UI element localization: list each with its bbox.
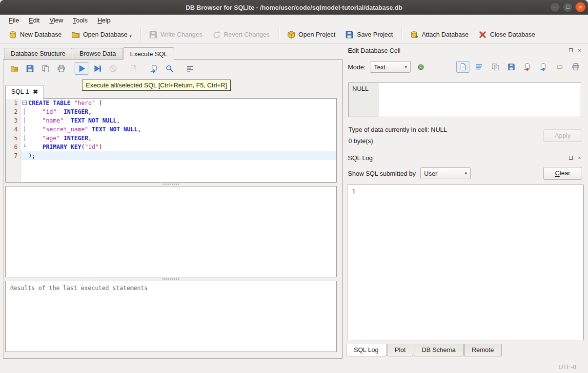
- menu-help[interactable]: Help: [93, 16, 116, 25]
- fold-guide-line: │: [20, 134, 28, 143]
- fold-guide-line: └: [20, 143, 28, 151]
- save-project-button[interactable]: Save Project: [341, 28, 397, 41]
- revert-changes-button[interactable]: Revert Changes: [208, 28, 274, 41]
- editor-line[interactable]: 3│ "name" TEXT NOT NULL,: [6, 116, 336, 125]
- editor-line[interactable]: 7);: [6, 151, 336, 160]
- find-replace-button[interactable]: [162, 62, 176, 75]
- text-view-button[interactable]: [456, 61, 469, 73]
- encoding-label: UTF-8: [558, 363, 576, 371]
- export-csv-button[interactable]: [147, 62, 161, 75]
- execute-line-button[interactable]: [90, 62, 104, 75]
- import-data-button[interactable]: [521, 61, 534, 73]
- tab-remote[interactable]: Remote: [464, 344, 502, 356]
- sql-log-header: SQL Log ×: [345, 153, 585, 163]
- menu-edit[interactable]: Edit: [24, 16, 44, 25]
- tab-plot[interactable]: Plot: [387, 344, 413, 356]
- mode-settings-button[interactable]: [414, 61, 427, 73]
- tab-db-schema[interactable]: DB Schema: [414, 344, 463, 356]
- chevron-down-icon: ▾: [405, 64, 407, 69]
- format-sql-icon: [186, 64, 194, 73]
- toolbar-separator: [141, 28, 141, 41]
- splitter-handle[interactable]: [5, 277, 337, 281]
- stop-button[interactable]: [106, 62, 120, 75]
- open-database-button[interactable]: Open Database▾: [67, 28, 136, 41]
- set-null-button[interactable]: [553, 61, 566, 73]
- log-filter-label: Show SQL submitted by: [348, 170, 416, 177]
- main-area: Database StructureBrowse DataExecute SQL…: [3, 47, 343, 359]
- mode-combo[interactable]: Text ▾: [370, 61, 411, 73]
- sql-editor-tab-bar: SQL 1 ✖: [5, 83, 43, 98]
- editor-line[interactable]: 4│ "secret_name" TEXT NOT NULL,: [6, 125, 336, 134]
- menu-file[interactable]: File: [4, 16, 24, 25]
- save-sql-as-button[interactable]: [39, 62, 52, 75]
- line-number: 1: [6, 99, 20, 107]
- editor-line[interactable]: 2│ "id" INTEGER,: [6, 107, 336, 116]
- maximize-button[interactable]: □: [563, 2, 573, 12]
- fold-toggle-icon[interactable]: −: [20, 99, 28, 107]
- close-button[interactable]: ×: [575, 2, 586, 12]
- splitter-handle[interactable]: [5, 183, 337, 186]
- write-changes-button[interactable]: Write Changes: [144, 28, 207, 41]
- clear-button[interactable]: Clear: [543, 167, 582, 180]
- copy-button[interactable]: [488, 61, 502, 73]
- tab-browse-data[interactable]: Browse Data: [73, 48, 122, 59]
- new-database-label: New Database: [20, 31, 61, 38]
- save-results-button[interactable]: [126, 62, 140, 75]
- float-panel-icon[interactable]: [567, 47, 574, 54]
- menu-view[interactable]: View: [44, 16, 68, 25]
- apply-button[interactable]: Apply: [543, 129, 582, 142]
- minimize-button[interactable]: −: [550, 2, 560, 12]
- print-button[interactable]: [569, 61, 582, 73]
- revert-changes-label: Revert Changes: [224, 31, 270, 38]
- sql-log-list[interactable]: 1: [347, 185, 584, 340]
- print-button[interactable]: [54, 62, 68, 75]
- results-message-pane[interactable]: Results of the last executed statements: [5, 281, 337, 352]
- main-toolbar: New DatabaseOpen Database▾Write ChangesR…: [0, 25, 588, 44]
- sql-toolbar: [7, 62, 199, 75]
- format-sql-button[interactable]: [183, 62, 197, 75]
- word-wrap-button[interactable]: [472, 61, 486, 73]
- tab-sql-1[interactable]: SQL 1 ✖: [5, 85, 43, 99]
- write-changes-label: Write Changes: [161, 31, 203, 38]
- close-panel-icon[interactable]: ×: [576, 47, 583, 54]
- cell-type-text: Type of data currently in cell: NULL: [348, 126, 447, 133]
- export-data-button[interactable]: [537, 61, 550, 73]
- tab-execute-sql[interactable]: Execute SQL: [123, 47, 174, 60]
- sql-editor[interactable]: 1−CREATE TABLE "hero" (2│ "id" INTEGER,3…: [5, 98, 337, 183]
- tab-database-structure[interactable]: Database Structure: [4, 48, 72, 59]
- window-title: DB Browser for SQLite - /home/user/code/…: [185, 4, 402, 11]
- log-filter-combo[interactable]: User ▾: [420, 167, 471, 179]
- toolbar-separator: [402, 28, 402, 41]
- attach-database-button[interactable]: Attach Database: [406, 28, 473, 41]
- cell-editor[interactable]: NULL: [348, 83, 581, 117]
- editor-line[interactable]: 1−CREATE TABLE "hero" (: [6, 99, 336, 107]
- print-icon: [57, 64, 65, 73]
- app-window: DB Browser for SQLite - /home/user/code/…: [0, 0, 588, 373]
- menu-bar: FileEditViewToolsHelp: [0, 15, 588, 25]
- close-tab-icon[interactable]: ✖: [33, 88, 38, 95]
- side-panel-tab-bar: SQL LogPlotDB SchemaRemote: [346, 344, 502, 356]
- open-project-icon: [287, 30, 296, 39]
- title-bar[interactable]: DB Browser for SQLite - /home/user/code/…: [0, 0, 588, 15]
- execute-sql-button[interactable]: [75, 62, 88, 75]
- save-sql-file-button[interactable]: [23, 62, 37, 75]
- close-database-button[interactable]: Close Database: [474, 28, 540, 41]
- print-icon: [572, 63, 580, 71]
- line-number: 3: [6, 116, 20, 125]
- open-project-button[interactable]: Open Project: [283, 28, 340, 41]
- close-panel-icon[interactable]: ×: [576, 154, 583, 162]
- results-grid[interactable]: [5, 186, 337, 277]
- tab-sql-log[interactable]: SQL Log: [346, 344, 386, 356]
- editor-line[interactable]: 5│ "age" INTEGER,: [6, 134, 336, 143]
- float-panel-icon[interactable]: [567, 154, 574, 162]
- text-view-icon: [459, 63, 467, 71]
- dropdown-caret-icon[interactable]: ▾: [129, 34, 132, 39]
- open-sql-file-button[interactable]: [7, 62, 21, 75]
- edit-cell-title: Edit Database Cell: [348, 47, 566, 54]
- save-sql-file-icon: [26, 64, 34, 73]
- menu-tools[interactable]: Tools: [68, 16, 92, 25]
- save-text-button[interactable]: [505, 61, 518, 73]
- new-database-button[interactable]: New Database: [4, 28, 66, 41]
- save-results-icon: [129, 64, 138, 73]
- editor-line[interactable]: 6└ PRIMARY KEY("id"): [6, 143, 336, 151]
